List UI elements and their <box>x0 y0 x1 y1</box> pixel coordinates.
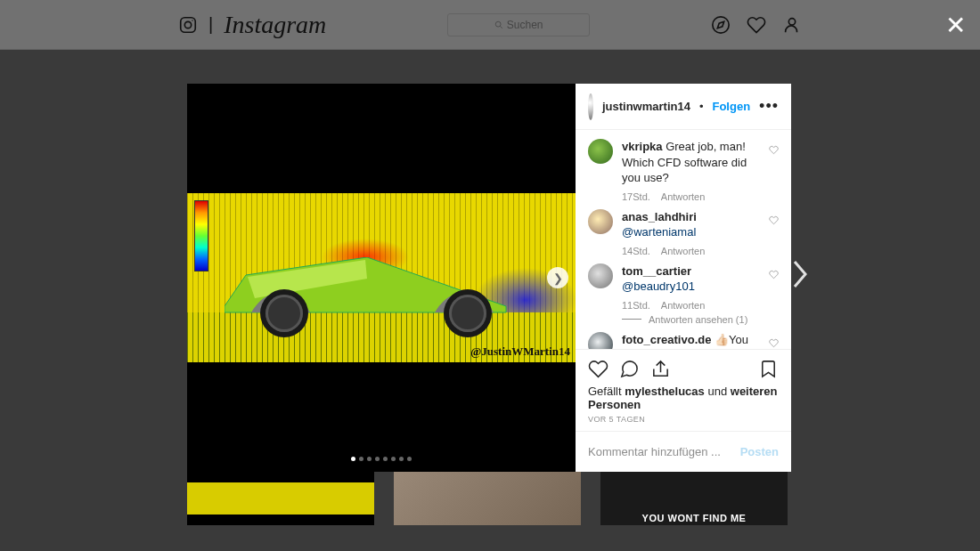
post-button[interactable]: Posten <box>740 445 779 458</box>
reply-button[interactable]: Antworten <box>661 191 706 202</box>
comment: anas_lahdhiri @warteniamal <box>588 209 779 240</box>
comment-like-icon[interactable] <box>769 142 779 158</box>
post-media[interactable]: @JustinWMartin14 ❯ <box>187 84 576 472</box>
cfd-image: @JustinWMartin14 <box>187 193 576 362</box>
commenter-username[interactable]: tom__cartier <box>622 264 691 278</box>
comment-like-icon[interactable] <box>769 336 779 349</box>
post-header: justinwmartin14 • Folgen ••• <box>576 84 791 130</box>
reply-button[interactable]: Antworten <box>661 246 706 256</box>
likes-text[interactable]: Gefällt mylesthelucas und weiteren Perso… <box>588 383 779 413</box>
bg-grid: YOU WONT FIND ME <box>187 472 788 525</box>
comment: tom__cartier @beaudry101 <box>588 263 779 295</box>
commenter-username[interactable]: foto_creativo.de <box>622 333 711 346</box>
comments-list: vkripka Great job, man! Which CFD softwa… <box>576 130 791 349</box>
comment-input[interactable] <box>588 445 740 458</box>
more-options-icon[interactable]: ••• <box>759 97 779 116</box>
carousel-next-icon[interactable]: ❯ <box>547 267 568 288</box>
commenter-avatar[interactable] <box>588 332 613 349</box>
close-icon[interactable]: ✕ <box>945 11 966 40</box>
next-arrow-icon[interactable] <box>789 256 811 296</box>
post-timestamp: VOR 5 TAGEN <box>588 413 779 429</box>
share-icon[interactable] <box>650 359 671 379</box>
post-sidebar: justinwmartin14 • Folgen ••• vkripka Gre… <box>576 84 791 472</box>
mention-link[interactable]: @beaudry101 <box>622 280 695 293</box>
comment-compose: Posten <box>576 431 791 472</box>
commenter-avatar[interactable] <box>588 139 613 164</box>
commenter-avatar[interactable] <box>588 209 613 234</box>
commenter-username[interactable]: vkripka <box>622 140 663 153</box>
comment: foto_creativo.de 👍🏻You almost couldn't h… <box>588 332 779 349</box>
post-actions: Gefällt mylesthelucas und weiteren Perso… <box>576 349 791 431</box>
mention-link[interactable]: @warteniamal <box>622 225 696 239</box>
save-icon[interactable] <box>758 359 779 379</box>
post-modal: @JustinWMartin14 ❯ justinwmartin14 • Fol… <box>187 84 791 472</box>
author-username[interactable]: justinwmartin14 <box>602 100 690 113</box>
commenter-avatar[interactable] <box>588 263 613 288</box>
author-avatar[interactable] <box>588 93 593 120</box>
commenter-username[interactable]: anas_lahdhiri <box>622 210 697 223</box>
grid-thumb[interactable] <box>394 472 581 525</box>
like-icon[interactable] <box>588 359 608 379</box>
comment-like-icon[interactable] <box>769 213 779 229</box>
grid-thumb[interactable]: YOU WONT FIND ME <box>600 472 788 525</box>
comment-icon[interactable] <box>619 359 640 379</box>
carousel-dots <box>187 457 576 461</box>
grid-thumb[interactable] <box>187 472 374 525</box>
view-replies-button[interactable]: Antworten ansehen (1) <box>622 314 779 325</box>
comment: vkripka Great job, man! Which CFD softwa… <box>588 139 779 186</box>
image-watermark: @JustinWMartin14 <box>470 344 570 359</box>
follow-button[interactable]: Folgen <box>712 100 750 113</box>
reply-button[interactable]: Antworten <box>661 300 706 311</box>
comment-like-icon[interactable] <box>769 267 779 283</box>
